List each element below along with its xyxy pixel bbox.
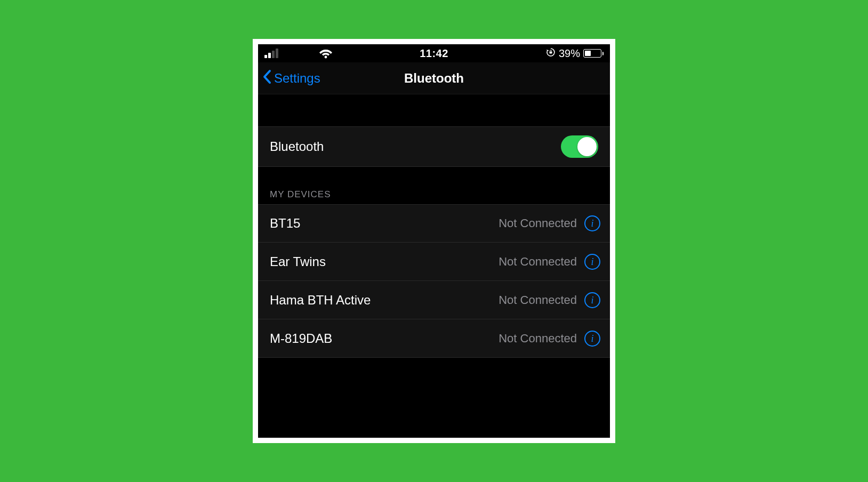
svg-rect-1 [549,51,552,53]
bluetooth-toggle[interactable] [561,135,598,158]
info-icon[interactable]: i [584,331,600,347]
info-icon[interactable]: i [584,292,600,308]
my-devices-list: BT15 Not Connected i Ear Twins Not Conne… [258,204,610,358]
info-icon[interactable]: i [584,215,600,231]
device-row[interactable]: Ear Twins Not Connected i [258,243,610,281]
device-name-label: BT15 [270,216,499,231]
bluetooth-toggle-row: Bluetooth [258,126,610,167]
info-icon[interactable]: i [584,254,600,270]
device-status-label: Not Connected [499,293,577,307]
status-right: 39% [491,47,604,60]
device-status-label: Not Connected [499,216,577,230]
device-name-label: Ear Twins [270,254,499,269]
status-time: 11:42 [377,47,491,60]
nav-bar: Settings Bluetooth [258,62,610,94]
device-status-label: Not Connected [499,255,577,269]
bluetooth-row-label: Bluetooth [270,139,324,154]
my-devices-header: MY DEVICES [270,189,331,200]
battery-icon [583,49,604,58]
device-name-label: Hama BTH Active [270,293,499,308]
status-bar: 11:42 39% [258,44,610,62]
device-name-label: M-819DAB [270,331,499,346]
back-label: Settings [274,71,320,86]
phone-frame: 11:42 39% [253,39,615,443]
cellular-signal-icon [264,49,278,58]
phone-screen: 11:42 39% [258,44,610,438]
device-row[interactable]: M-819DAB Not Connected i [258,319,610,358]
clock-label: 11:42 [420,47,448,59]
chevron-left-icon [262,69,272,87]
back-button[interactable]: Settings [258,69,320,87]
device-row[interactable]: BT15 Not Connected i [258,204,610,243]
status-left [264,48,377,59]
section-gap [258,94,610,126]
section-gap: MY DEVICES [258,167,610,204]
wifi-icon [319,48,333,59]
orientation-lock-icon [546,47,556,60]
device-status-label: Not Connected [499,332,577,346]
svg-point-0 [325,56,327,59]
device-row[interactable]: Hama BTH Active Not Connected i [258,281,610,319]
battery-percent-label: 39% [559,47,580,60]
